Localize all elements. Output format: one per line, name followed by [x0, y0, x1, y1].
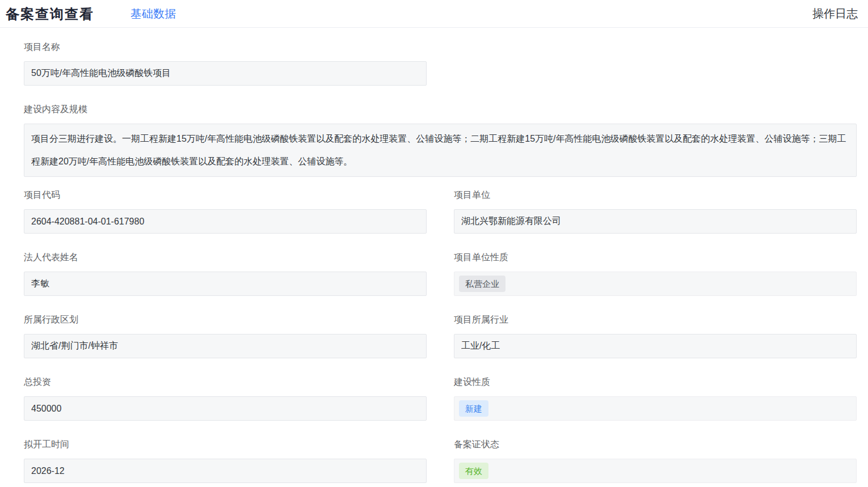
planned-start-time-input[interactable]	[24, 459, 427, 483]
unit-nature-badge: 私营企业	[459, 276, 505, 292]
project-code-input[interactable]	[24, 209, 427, 234]
record-status-field[interactable]: 有效	[454, 459, 857, 483]
legal-representative-input[interactable]	[24, 272, 427, 296]
field-project-unit: 项目单位	[454, 189, 857, 234]
row-legal-nature: 法人代表姓名 项目单位性质 私营企业	[24, 252, 857, 296]
row-region-industry: 所属行政区划 项目所属行业	[24, 314, 857, 358]
page-header: 备案查询查看 基础数据 操作日志	[0, 0, 868, 28]
field-construction-content: 建设内容及规模 项目分三期进行建设。一期工程新建15万吨/年高性能电池级磷酸铁装…	[24, 104, 857, 177]
field-construction-nature: 建设性质 新建	[454, 376, 857, 421]
industry-input[interactable]	[454, 334, 857, 358]
field-legal-representative: 法人代表姓名	[24, 252, 427, 296]
field-admin-region: 所属行政区划	[24, 314, 427, 358]
planned-start-time-label: 拟开工时间	[24, 439, 427, 450]
row-start-status: 拟开工时间 备案证状态 有效	[24, 439, 857, 483]
admin-region-label: 所属行政区划	[24, 314, 427, 325]
record-status-badge: 有效	[459, 463, 488, 479]
field-record-status: 备案证状态 有效	[454, 439, 857, 483]
empty-column	[454, 41, 857, 86]
row-construction-content: 建设内容及规模 项目分三期进行建设。一期工程新建15万吨/年高性能电池级磷酸铁装…	[24, 104, 857, 177]
tab-basic-data[interactable]: 基础数据	[130, 0, 176, 28]
unit-nature-label: 项目单位性质	[454, 252, 857, 263]
industry-label: 项目所属行业	[454, 314, 857, 325]
field-project-name: 项目名称	[24, 41, 427, 86]
construction-nature-field[interactable]: 新建	[454, 396, 857, 421]
construction-content-textarea[interactable]: 项目分三期进行建设。一期工程新建15万吨/年高性能电池级磷酸铁装置以及配套的水处…	[24, 124, 857, 177]
construction-content-label: 建设内容及规模	[24, 104, 857, 115]
construction-nature-badge: 新建	[459, 400, 488, 417]
construction-nature-label: 建设性质	[454, 376, 857, 388]
field-industry: 项目所属行业	[454, 314, 857, 358]
total-investment-input[interactable]	[24, 396, 427, 421]
project-name-label: 项目名称	[24, 41, 427, 53]
legal-representative-label: 法人代表姓名	[24, 252, 427, 263]
field-project-code: 项目代码	[24, 189, 427, 234]
form-area: 项目名称 建设内容及规模 项目分三期进行建设。一期工程新建15万吨/年高性能电池…	[0, 28, 868, 483]
project-unit-input[interactable]	[454, 209, 857, 234]
total-investment-label: 总投资	[24, 376, 427, 388]
admin-region-input[interactable]	[24, 334, 427, 358]
project-name-input[interactable]	[24, 61, 427, 86]
project-unit-label: 项目单位	[454, 189, 857, 201]
field-planned-start-time: 拟开工时间	[24, 439, 427, 483]
unit-nature-field[interactable]: 私营企业	[454, 272, 857, 296]
row-project-name: 项目名称	[24, 41, 857, 86]
row-investment-nature: 总投资 建设性质 新建	[24, 376, 857, 421]
field-total-investment: 总投资	[24, 376, 427, 421]
project-code-label: 项目代码	[24, 189, 427, 201]
record-status-label: 备案证状态	[454, 439, 857, 450]
operation-log-link[interactable]: 操作日志	[812, 0, 858, 28]
field-unit-nature: 项目单位性质 私营企业	[454, 252, 857, 296]
row-code-unit: 项目代码 项目单位	[24, 189, 857, 234]
page-title: 备案查询查看	[6, 0, 94, 28]
